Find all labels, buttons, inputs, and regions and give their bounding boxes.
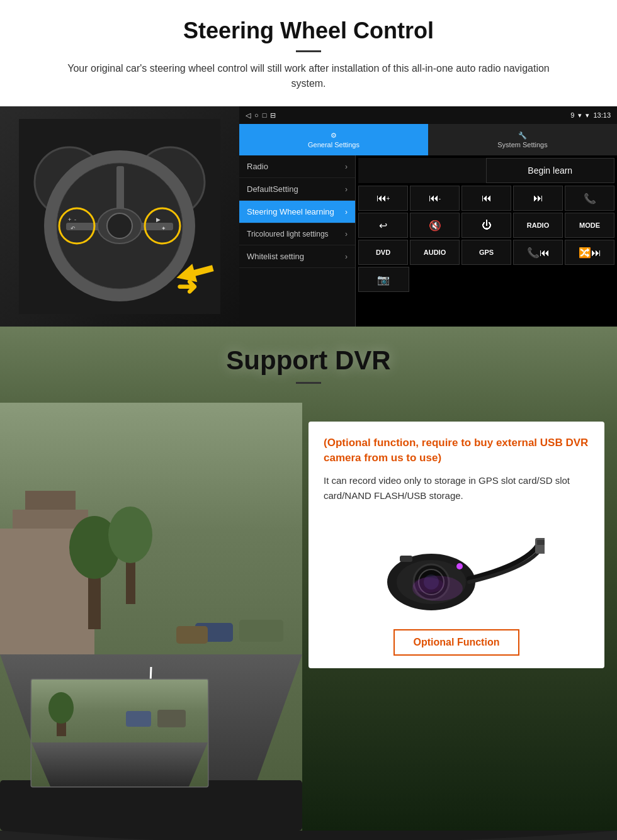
android-tabs: ⚙ General Settings 🔧 System Settings bbox=[239, 124, 617, 155]
chevron-icon: › bbox=[345, 185, 348, 194]
menu-tricolour-label: Tricoloured light settings bbox=[247, 230, 329, 238]
svg-text:↶: ↶ bbox=[71, 225, 76, 232]
menu-default-label: DefaultSetting bbox=[247, 184, 298, 194]
svg-rect-38 bbox=[126, 711, 151, 727]
statusbar-left-icons: ◁ ○ □ ⊟ bbox=[246, 111, 276, 120]
audio-button[interactable]: AUDIO bbox=[410, 240, 460, 265]
android-statusbar: ◁ ○ □ ⊟ 9 ▾ ▾ 13:13 bbox=[239, 106, 617, 124]
steering-container: + - ↶ ▶ ✦ ➜ ◁ ○ □ ⊟ 9 bbox=[0, 106, 617, 327]
battery-icon: ▾ bbox=[586, 111, 589, 120]
menu-item-tricolour[interactable]: Tricoloured light settings › bbox=[239, 223, 355, 245]
menu-steering-label: Steering Wheel learning bbox=[247, 207, 334, 216]
dvr-camera-svg bbox=[368, 519, 545, 613]
menu-whitelist-label: Whitelist setting bbox=[247, 252, 304, 261]
chevron-icon: › bbox=[345, 230, 348, 238]
dvr-section: Support DVR bbox=[0, 327, 617, 840]
android-ui: ◁ ○ □ ⊟ 9 ▾ ▾ 13:13 ⚙ General Settings bbox=[239, 106, 617, 327]
menu-item-radio[interactable]: Radio › bbox=[239, 155, 355, 178]
tab-system[interactable]: 🔧 System Settings bbox=[428, 124, 617, 155]
dvr-title: Support DVR bbox=[25, 345, 592, 376]
dvr-optional-text: (Optional function, require to buy exter… bbox=[324, 435, 589, 466]
dvr-desc-text: It can record video only to storage in G… bbox=[324, 473, 589, 503]
tab-general[interactable]: ⚙ General Settings bbox=[239, 124, 428, 155]
mode-button[interactable]: MODE bbox=[565, 213, 614, 238]
svg-point-37 bbox=[48, 692, 74, 724]
menu-item-steering[interactable]: Steering Wheel learning › bbox=[239, 201, 355, 223]
mute-button[interactable]: 🔇 bbox=[410, 213, 460, 238]
power-button[interactable]: ⏻ bbox=[461, 213, 511, 238]
svg-rect-39 bbox=[157, 710, 186, 727]
gps-button[interactable]: GPS bbox=[461, 240, 511, 265]
section1-divider bbox=[296, 50, 321, 52]
radio-button[interactable]: RADIO bbox=[513, 213, 563, 238]
svg-text:+: + bbox=[68, 216, 71, 223]
begin-learn-button[interactable]: Begin learn bbox=[486, 158, 615, 183]
back-icon[interactable]: ◁ bbox=[246, 111, 251, 120]
general-settings-label: General Settings bbox=[308, 141, 359, 148]
wifi-icon: ▾ bbox=[578, 111, 582, 120]
android-menu: Radio › DefaultSetting › Steering Wheel … bbox=[239, 155, 356, 327]
menu-radio-label: Radio bbox=[247, 162, 268, 171]
back-call-button[interactable]: ↩ bbox=[358, 213, 408, 238]
svg-text:➜: ➜ bbox=[176, 272, 198, 300]
vol-down-button[interactable]: ⏮- bbox=[410, 186, 460, 211]
camera-button[interactable]: 📷 bbox=[358, 267, 409, 292]
svg-text:▶: ▶ bbox=[156, 216, 161, 223]
control-buttons-row3: DVD AUDIO GPS 📞⏮ 🔀⏭ bbox=[358, 240, 614, 265]
dvr-info-box: (Optional function, require to buy exter… bbox=[308, 422, 604, 668]
svg-marker-35 bbox=[31, 742, 208, 787]
dashboard-bottom-svg bbox=[0, 831, 617, 840]
svg-point-26 bbox=[108, 507, 152, 563]
svg-rect-48 bbox=[537, 540, 545, 545]
svg-rect-32 bbox=[0, 780, 302, 831]
control-buttons-row1: ⏮+ ⏮- ⏮ ⏭ 📞 bbox=[358, 186, 614, 211]
dvd-button[interactable]: DVD bbox=[358, 240, 408, 265]
control-buttons-row4: 📷 bbox=[358, 267, 614, 292]
next-track-button[interactable]: ⏭ bbox=[513, 186, 563, 211]
road-scene-svg bbox=[0, 403, 302, 831]
svg-rect-30 bbox=[239, 620, 283, 642]
phone-prev-button[interactable]: 📞⏮ bbox=[513, 240, 563, 265]
control-buttons-row2: ↩ 🔇 ⏻ RADIO MODE bbox=[358, 213, 614, 238]
section1-subtitle: Your original car's steering wheel contr… bbox=[50, 61, 567, 91]
menu-item-default[interactable]: DefaultSetting › bbox=[239, 178, 355, 201]
section1-header: Steering Wheel Control Your original car… bbox=[0, 0, 617, 96]
shuffle-next-button[interactable]: 🔀⏭ bbox=[565, 240, 614, 265]
dvr-divider bbox=[296, 382, 321, 384]
android-panel: Begin learn ⏮+ ⏮- ⏮ ⏭ 📞 ↩ 🔇 ⏻ bbox=[356, 155, 617, 327]
recents-icon[interactable]: □ bbox=[263, 111, 267, 119]
phone-button[interactable]: 📞 bbox=[565, 186, 614, 211]
menu-item-whitelist[interactable]: Whitelist setting › bbox=[239, 245, 355, 268]
steering-wheel-svg: + - ↶ ▶ ✦ ➜ bbox=[19, 119, 220, 314]
dvr-body: (Optional function, require to buy exter… bbox=[0, 403, 617, 831]
dvr-header: Support DVR bbox=[0, 327, 617, 390]
svg-rect-31 bbox=[176, 626, 208, 644]
home-icon[interactable]: ○ bbox=[254, 111, 259, 119]
begin-learn-row: Begin learn bbox=[358, 158, 614, 183]
vol-up-button[interactable]: ⏮+ bbox=[358, 186, 408, 211]
chevron-icon: › bbox=[345, 162, 348, 171]
statusbar-right-icons: 9 ▾ ▾ 13:13 bbox=[570, 111, 611, 120]
svg-point-45 bbox=[456, 563, 463, 569]
dvr-right-panel: (Optional function, require to buy exter… bbox=[302, 403, 617, 831]
chevron-icon: › bbox=[345, 252, 348, 261]
svg-text:✦: ✦ bbox=[161, 225, 166, 232]
dvr-camera-image bbox=[324, 516, 589, 617]
android-content: Radio › DefaultSetting › Steering Wheel … bbox=[239, 155, 617, 327]
svg-point-9 bbox=[107, 213, 132, 238]
dvr-bottom-bar bbox=[0, 831, 617, 840]
gear-icon: ⚙ bbox=[331, 132, 337, 140]
system-settings-label: System Settings bbox=[497, 141, 547, 148]
dvr-road-image bbox=[0, 403, 302, 831]
svg-rect-46 bbox=[400, 556, 412, 562]
optional-function-button[interactable]: Optional Function bbox=[393, 629, 520, 656]
begin-learn-spacer bbox=[358, 158, 486, 183]
svg-rect-22 bbox=[25, 491, 76, 510]
svg-text:-: - bbox=[74, 216, 76, 223]
chevron-icon: › bbox=[345, 208, 348, 216]
system-icon: 🔧 bbox=[518, 132, 527, 140]
signal-icon: 9 bbox=[570, 111, 574, 119]
svg-point-50 bbox=[412, 578, 444, 593]
prev-track-button[interactable]: ⏮ bbox=[461, 186, 511, 211]
menu-icon[interactable]: ⊟ bbox=[270, 111, 276, 120]
